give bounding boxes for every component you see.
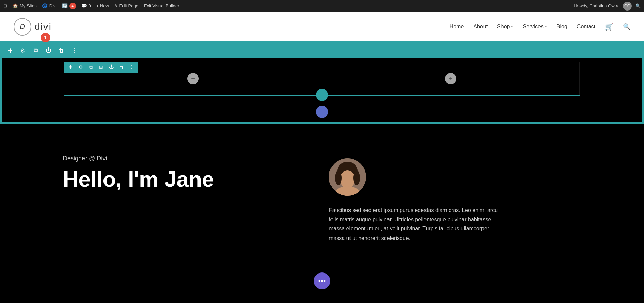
- exit-visual-builder-button[interactable]: Exit Visual Builder: [144, 3, 179, 8]
- nav-shop-chevron: ▾: [511, 24, 513, 29]
- admin-bar: ⊞ 🏠 My Sites 🌀 Divi 🔄 4 💬 0 + New ✎ Edit…: [0, 0, 644, 12]
- section-duplicate-icon: ⧉: [34, 47, 38, 54]
- row-layout-button[interactable]: ⊞: [97, 63, 105, 71]
- row-add-button[interactable]: ✚: [67, 63, 75, 71]
- logo-circle: D: [14, 18, 31, 36]
- cart-icon[interactable]: 🛒: [605, 23, 613, 31]
- comments-count: 0: [89, 3, 91, 8]
- hero-right: Faucibus sed sed erat ipsum purus egesta…: [329, 155, 581, 243]
- nav-contact-label: Contact: [577, 24, 595, 30]
- nav-about-label: About: [473, 24, 488, 30]
- row-more-button[interactable]: ⋮: [128, 63, 136, 71]
- logo-name: divi: [35, 21, 52, 32]
- new-label: + New: [96, 3, 109, 8]
- wp-icon[interactable]: ⊞: [3, 3, 7, 8]
- nav-home[interactable]: Home: [450, 24, 464, 30]
- nav-blog[interactable]: Blog: [556, 24, 567, 30]
- search-icon[interactable]: 🔍: [623, 23, 630, 31]
- row-disable-button[interactable]: ⏻: [107, 63, 115, 71]
- row-area: ✚ ⚙ ⧉ ⊞ ⏻ 🗑 ⋮ + + +: [1, 58, 643, 106]
- section-delete-icon: 🗑: [59, 47, 64, 54]
- updates-menu[interactable]: 🔄 4: [62, 3, 76, 9]
- nav-home-label: Home: [450, 24, 464, 30]
- section-add-button[interactable]: ✚: [5, 46, 15, 55]
- comments-menu[interactable]: 💬 0: [81, 3, 91, 8]
- nav-blog-label: Blog: [556, 24, 567, 30]
- add-row-icon: +: [320, 90, 324, 99]
- add-module-button-col2[interactable]: +: [445, 73, 456, 84]
- new-content-menu[interactable]: + New: [96, 3, 109, 8]
- nav-services-chevron: ▾: [545, 24, 547, 29]
- first-section: ✚ ⚙ ⧉ ⏻ 🗑 ⋮ ✚ ⚙ ⧉ ⊞ ⏻ 🗑 ⋮: [0, 42, 644, 124]
- divi-label: Divi: [49, 3, 57, 8]
- nav-contact[interactable]: Contact: [577, 24, 595, 30]
- divi-menu[interactable]: 🌀 Divi: [42, 3, 57, 8]
- divi-icon: 🌀: [42, 3, 48, 8]
- site-header: 1 D divi Home About Shop ▾ Services ▾ Bl…: [0, 12, 644, 42]
- exit-vb-label: Exit Visual Builder: [144, 3, 179, 8]
- hero-title: Hello, I'm Jane: [63, 167, 315, 191]
- edit-page-label: ✎ Edit Page: [114, 3, 138, 8]
- column-2: +: [322, 62, 580, 95]
- row-delete-button[interactable]: 🗑: [117, 63, 126, 71]
- admin-bar-right: Howdy, Christina Gwira CG 🔍: [574, 2, 641, 11]
- hero-section: Designer @ Divi Hello, I'm Jane Faucibus…: [0, 131, 644, 270]
- my-sites-label: My Sites: [20, 3, 37, 8]
- add-module-icon-col2: +: [449, 75, 453, 83]
- avatar: [329, 158, 366, 196]
- add-module-icon-col1: +: [191, 75, 195, 83]
- nav-services-label: Services: [523, 24, 543, 30]
- section-badge: 1: [41, 33, 50, 42]
- logo-letter: D: [20, 22, 25, 31]
- hero-left: Designer @ Divi Hello, I'm Jane: [63, 155, 315, 191]
- section-settings-icon: ⚙: [20, 47, 25, 54]
- add-section-icon: +: [320, 107, 324, 116]
- section-add-icon: ✚: [8, 47, 12, 54]
- floating-button-icon: •••: [318, 277, 326, 285]
- svg-point-3: [335, 170, 342, 185]
- nav-about[interactable]: About: [473, 24, 488, 30]
- updates-icon: 🔄: [62, 3, 68, 8]
- add-row-button[interactable]: +: [316, 89, 328, 101]
- updates-count: 4: [69, 3, 76, 9]
- avatar[interactable]: CG: [623, 2, 632, 11]
- nav-shop[interactable]: Shop ▾: [497, 24, 513, 30]
- add-section-button[interactable]: +: [316, 106, 328, 118]
- row-duplicate-button[interactable]: ⧉: [87, 63, 95, 71]
- hero-subtitle: Designer @ Divi: [63, 155, 315, 162]
- section-disable-icon: ⏻: [46, 47, 51, 54]
- row-container: ✚ ⚙ ⧉ ⊞ ⏻ 🗑 ⋮ + + +: [64, 62, 580, 96]
- site-nav: Home About Shop ▾ Services ▾ Blog Contac…: [450, 23, 630, 31]
- section-more-icon: ⋮: [72, 47, 77, 54]
- section-settings-button[interactable]: ⚙: [18, 46, 27, 55]
- row-settings-button[interactable]: ⚙: [77, 63, 85, 71]
- avatar-image: [329, 158, 366, 196]
- hero-body-text: Faucibus sed sed erat ipsum purus egesta…: [329, 206, 505, 243]
- svg-point-2: [340, 170, 355, 188]
- sites-icon: 🏠: [13, 3, 18, 8]
- comments-icon: 💬: [81, 3, 87, 8]
- edit-page-button[interactable]: ✎ Edit Page: [114, 3, 138, 8]
- section-more-button[interactable]: ⋮: [70, 46, 79, 55]
- row-toolbar: ✚ ⚙ ⧉ ⊞ ⏻ 🗑 ⋮: [64, 62, 138, 73]
- add-module-button-col1[interactable]: +: [187, 73, 199, 84]
- section-toolbar: ✚ ⚙ ⧉ ⏻ 🗑 ⋮: [1, 43, 643, 58]
- howdy-text: Howdy, Christina Gwira: [574, 3, 620, 8]
- section-disable-button[interactable]: ⏻: [44, 46, 53, 55]
- svg-point-4: [353, 170, 360, 185]
- admin-search-icon[interactable]: 🔍: [635, 3, 641, 8]
- nav-shop-label: Shop: [497, 24, 510, 30]
- floating-action-button[interactable]: •••: [314, 272, 330, 289]
- wordpress-icon: ⊞: [3, 3, 7, 8]
- section-duplicate-button[interactable]: ⧉: [31, 46, 40, 55]
- section-delete-button[interactable]: 🗑: [57, 46, 66, 55]
- my-sites-menu[interactable]: 🏠 My Sites: [13, 3, 37, 8]
- nav-services[interactable]: Services ▾: [523, 24, 547, 30]
